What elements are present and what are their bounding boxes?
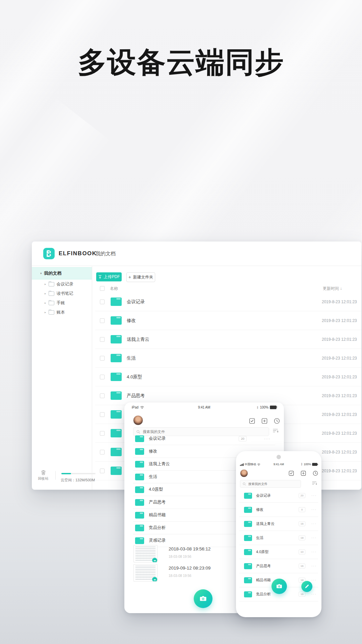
row-checkbox[interactable] <box>100 300 105 304</box>
brand-name: ELFINBOOK <box>59 250 97 257</box>
note-thumbnail: ☁ <box>133 564 158 582</box>
folder-icon <box>244 493 252 499</box>
folder-icon <box>244 507 252 513</box>
folder-icon <box>135 448 144 455</box>
folder-icon <box>111 448 122 456</box>
toolbar: 上传PDF + 新建文件夹 <box>96 272 155 282</box>
cloud-synced-icon: ☁ <box>152 558 157 562</box>
page-title: 我的文档 <box>96 251 116 257</box>
import-icon[interactable] <box>261 418 267 424</box>
cloud-synced-icon: ☁ <box>152 577 157 582</box>
folder-icon <box>135 474 144 480</box>
folder-icon <box>111 373 122 381</box>
phone-device: 中国移动 9:41 AM ᛒ 100% <box>236 451 321 617</box>
phone-status-bar: 中国移动 9:41 AM ᛒ 100% <box>240 463 317 467</box>
list-item[interactable]: 会议记录20··· <box>239 489 318 503</box>
sort-icon[interactable] <box>312 481 317 485</box>
plus-icon: + <box>128 274 131 280</box>
camera-fab-button[interactable] <box>272 579 287 594</box>
table-row[interactable]: 送我上青云2019-8-23 12:01:23 <box>95 330 361 349</box>
upload-pdf-button[interactable]: 上传PDF <box>96 272 122 281</box>
folder-icon <box>135 435 144 442</box>
storage-progress-fill <box>61 473 71 474</box>
battery-icon <box>312 463 317 466</box>
more-menu[interactable]: ··· <box>311 550 317 554</box>
phone-search-bar[interactable] <box>240 480 301 488</box>
more-menu[interactable]: ··· <box>311 578 317 582</box>
row-checkbox[interactable] <box>100 375 105 379</box>
history-clock-icon[interactable] <box>274 418 280 424</box>
row-checkbox[interactable] <box>100 431 105 436</box>
count-badge: 18 <box>299 535 305 540</box>
folder-icon <box>244 521 252 527</box>
trash-icon <box>41 470 46 475</box>
more-menu[interactable]: ··· <box>311 494 317 497</box>
storage-label: 云空间：132M/500M <box>61 478 95 483</box>
row-checkbox[interactable] <box>100 469 105 473</box>
import-icon[interactable] <box>301 471 306 476</box>
row-checkbox[interactable] <box>100 450 105 454</box>
count-badge: 20 <box>299 493 305 498</box>
sidebar-folder-journal[interactable]: ▸ 手账 <box>32 298 92 308</box>
count-badge: 10 <box>299 549 305 554</box>
row-checkbox[interactable] <box>100 337 105 342</box>
caret-right-icon: ▸ <box>45 311 46 314</box>
table-row[interactable]: 会议记录2019-8-23 12:01:23 <box>95 292 361 311</box>
count-badge: 16 <box>299 521 305 526</box>
list-item[interactable]: 送我上青云16··· <box>239 517 318 531</box>
avatar[interactable] <box>240 469 248 477</box>
more-menu[interactable]: ··· <box>264 436 270 441</box>
desktop-sidebar: ▾ 我的文档 ▸ 会议记录 ▸ 读书笔记 ▸ 手账 ▸ 账本 <box>32 266 92 490</box>
folder-icon <box>111 354 122 362</box>
folder-icon <box>111 316 122 325</box>
row-checkbox[interactable] <box>100 318 105 323</box>
folder-icon <box>135 499 144 506</box>
new-folder-button[interactable]: + 新建文件夹 <box>126 272 155 282</box>
folder-icon <box>135 512 144 519</box>
select-mode-icon[interactable] <box>249 418 255 424</box>
more-menu[interactable]: ··· <box>311 592 317 596</box>
search-input[interactable] <box>248 482 293 486</box>
list-item[interactable]: 产品思考16··· <box>239 559 318 573</box>
list-item[interactable]: 会议记录20··· <box>133 432 275 445</box>
sort-by-time[interactable]: 更新时间 ↓ <box>323 286 342 291</box>
recycle-bin-button[interactable]: 回收站 <box>37 470 50 481</box>
table-row[interactable]: 修改2019-8-23 12:01:23 <box>95 311 361 330</box>
sidebar-folder-reading-notes[interactable]: ▸ 读书笔记 <box>32 289 92 298</box>
sidebar-item-my-documents[interactable]: ▾ 我的文档 <box>32 267 92 279</box>
camera-icon <box>199 594 207 603</box>
folder-outline-icon <box>49 291 54 296</box>
camera-fab-button[interactable] <box>194 589 213 608</box>
more-menu[interactable]: ··· <box>311 564 317 568</box>
avatar[interactable] <box>133 415 143 425</box>
more-menu[interactable]: ··· <box>311 536 317 540</box>
folder-icon <box>111 298 122 306</box>
sidebar-folder-meeting-notes[interactable]: ▸ 会议记录 <box>32 279 92 289</box>
table-header: 名称 更新时间 ↓ <box>92 284 361 292</box>
select-all-checkbox[interactable] <box>100 286 105 291</box>
row-checkbox[interactable] <box>100 356 105 361</box>
battery-icon <box>270 406 277 409</box>
bluetooth-icon: ᛒ <box>257 406 258 409</box>
table-row[interactable]: 4.0原型2019-8-23 12:01:23 <box>95 368 361 386</box>
list-item[interactable]: 修改0··· <box>239 503 318 517</box>
tablet-clock: 9:41 AM <box>132 406 277 409</box>
note-thumbnail: ☁ <box>133 545 158 562</box>
new-note-fab-button[interactable] <box>301 581 312 592</box>
caret-down-icon: ▾ <box>40 272 42 275</box>
row-checkbox[interactable] <box>100 412 105 417</box>
more-menu[interactable]: ··· <box>311 522 317 526</box>
sort-arrow-icon: ↓ <box>340 286 342 291</box>
history-clock-icon[interactable] <box>313 471 318 476</box>
list-item[interactable]: 生活18··· <box>239 531 318 545</box>
table-row[interactable]: 生活2019-8-23 12:01:23 <box>95 349 361 368</box>
folder-icon <box>244 563 252 569</box>
divider <box>55 471 56 480</box>
folder-icon <box>244 591 252 597</box>
row-checkbox[interactable] <box>100 393 105 398</box>
list-item[interactable]: 4.0原型10··· <box>239 545 318 559</box>
phone-speaker-dot <box>277 455 281 459</box>
select-mode-icon[interactable] <box>289 471 294 476</box>
sidebar-folder-ledger[interactable]: ▸ 账本 <box>32 308 92 317</box>
more-menu[interactable]: ··· <box>311 508 317 512</box>
